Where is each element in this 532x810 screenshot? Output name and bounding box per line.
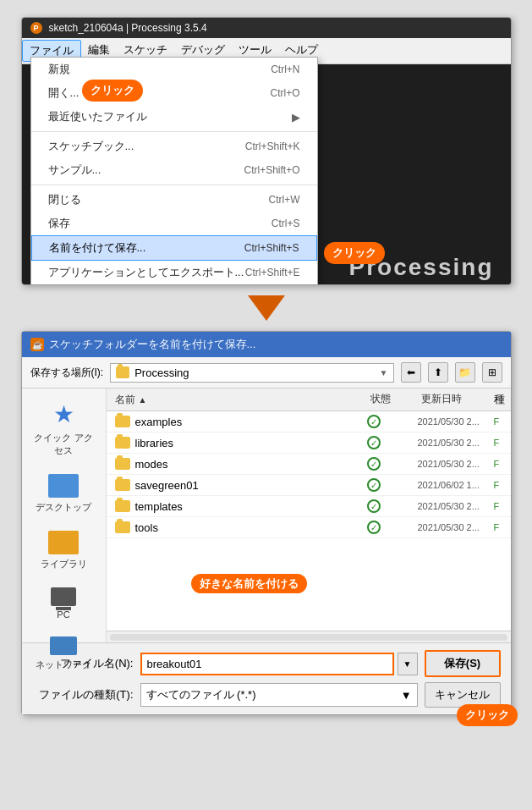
file-extra: F [494, 501, 511, 511]
processing-window: P sketch_210604a | Processing 3.5.4 ファイル… [21, 17, 512, 285]
divider-2 [31, 185, 317, 185]
file-row-tools[interactable]: tools ✓ 2021/05/30 2... F [107, 517, 511, 538]
check-icon: ✓ [367, 415, 381, 428]
file-name: modes [135, 458, 168, 471]
filename-row: ファイル名(N): ▼ 保存(S) [32, 650, 501, 677]
check-icon: ✓ [367, 478, 381, 492]
star-icon: ★ [53, 400, 74, 428]
down-arrow [248, 295, 285, 321]
check-icon: ✓ [367, 499, 381, 513]
file-list: examples ✓ 2021/05/30 2... F libraries ✓ [107, 411, 511, 631]
nav-desktop[interactable]: デスクトップ [30, 471, 97, 517]
horizontal-scrollbar[interactable] [107, 631, 511, 642]
pc-icon [51, 587, 76, 606]
back-button[interactable]: ⬅ [401, 362, 421, 383]
folder-icon-examples [115, 416, 130, 427]
col-date: 更新日時 [418, 392, 494, 407]
nav-desktop-label: デスクトップ [36, 501, 91, 514]
file-date: 2021/05/30 2... [418, 459, 494, 469]
file-name: libraries [135, 437, 174, 449]
filetype-row: ファイルの種類(T): すべてのファイル (*.*) ▼ キャンセル クリック [32, 682, 501, 708]
file-row-templates[interactable]: templates ✓ 2021/05/30 2... F [107, 496, 511, 517]
cancel-button[interactable]: キャンセル [425, 682, 501, 708]
menu-open[interactable]: 開く... Ctrl+O クリック [31, 81, 317, 105]
filetype-dropdown[interactable]: すべてのファイル (*.*) ▼ [140, 683, 418, 707]
filetype-label: ファイルの種類(T): [32, 687, 134, 703]
library-icon [48, 531, 79, 554]
filetype-chevron-icon: ▼ [401, 689, 412, 702]
file-row-examples[interactable]: examples ✓ 2021/05/30 2... F [107, 411, 511, 433]
save-button[interactable]: 保存(S) [425, 650, 501, 677]
file-name: templates [135, 500, 183, 513]
filename-input[interactable] [140, 653, 394, 675]
file-row-modes[interactable]: modes ✓ 2021/05/30 2... F [107, 454, 511, 475]
filename-input-wrap: ▼ [140, 653, 418, 675]
file-extra: F [494, 438, 511, 448]
file-row-savegreen01[interactable]: savegreen01 ✓ 2021/06/02 1... F [107, 475, 511, 496]
check-icon: ✓ [367, 436, 381, 449]
title-bar: P sketch_210604a | Processing 3.5.4 [22, 18, 511, 38]
menu-save-as[interactable]: 名前を付けて保存... Ctrl+Shift+S [31, 235, 317, 261]
dialog-title-bar: ☕ スケッチフォルダーを名前を付けて保存... [22, 332, 511, 357]
dialog-icon: ☕ [30, 338, 44, 351]
file-row-libraries[interactable]: libraries ✓ 2021/05/30 2... F [107, 433, 511, 454]
dialog-body: ★ クイック アクセス デスクトップ ライブラリ PC ネットワーク [22, 388, 511, 642]
menu-new[interactable]: 新規 Ctrl+N [31, 58, 317, 81]
folder-icon-savegreen01 [115, 479, 130, 491]
click-tooltip-1: クリック [82, 80, 143, 102]
file-extra: F [494, 416, 511, 427]
menu-save[interactable]: 保存 Ctrl+S [31, 212, 317, 235]
nav-quick-access-label: クイック アクセス [33, 432, 94, 457]
view-button[interactable]: ⊞ [482, 362, 502, 383]
scrollbar-track [110, 634, 507, 641]
menu-sketchbook[interactable]: スケッチブック... Ctrl+Shift+K [31, 135, 317, 158]
filetype-input-wrap: すべてのファイル (*.*) ▼ [140, 683, 418, 707]
dialog-footer: ファイル名(N): ▼ 保存(S) ファイルの種類(T): すべてのファイル (… [22, 642, 511, 714]
nav-quick-access[interactable]: ★ クイック アクセス [30, 397, 97, 460]
file-extra: F [494, 522, 511, 532]
file-extra: F [494, 459, 511, 469]
nav-library[interactable]: ライブラリ [30, 527, 97, 574]
folder-icon-modes [115, 458, 130, 470]
col-extra: 種 [494, 392, 511, 407]
file-date: 2021/05/30 2... [418, 438, 494, 448]
menu-samples[interactable]: サンプル... Ctrl+Shift+O [31, 158, 317, 182]
callout-label: 好きな名前を付ける [191, 574, 307, 593]
menu-close[interactable]: 閉じる Ctrl+W [31, 188, 317, 212]
col-name[interactable]: 名前 ▲ [107, 392, 367, 407]
menu-export[interactable]: アプリケーションとしてエクスポート... Ctrl+Shift+E クリック [31, 261, 317, 284]
file-date: 2021/05/30 2... [418, 416, 494, 427]
new-folder-button[interactable]: 📁 [455, 362, 475, 383]
menu-recent[interactable]: 最近使いたファイル ▶ [31, 105, 317, 129]
nav-pc-label: PC [57, 609, 69, 620]
callout-container: 好きな名前を付ける [191, 576, 307, 592]
folder-icon-templates [115, 500, 130, 512]
col-status: 状態 [367, 392, 418, 407]
save-dialog: ☕ スケッチフォルダーを名前を付けて保存... 保存する場所(I): Proce… [21, 331, 512, 715]
filename-dropdown[interactable]: ▼ [398, 653, 418, 675]
nav-library-label: ライブラリ [41, 558, 87, 570]
file-extra: F [494, 480, 511, 490]
location-dropdown[interactable]: Processing ▼ [110, 363, 393, 383]
location-label: 保存する場所(I): [30, 366, 104, 380]
folder-icon-tools [115, 521, 130, 533]
divider-1 [31, 131, 317, 132]
sidebar-nav: ★ クイック アクセス デスクトップ ライブラリ PC ネットワーク [22, 388, 107, 642]
file-name: examples [135, 416, 183, 428]
filetype-value: すべてのファイル (*.*) [146, 687, 256, 703]
folder-icon [116, 366, 129, 378]
file-dropdown: 新規 Ctrl+N 開く... Ctrl+O クリック 最近使いたファイル ▶ … [30, 57, 318, 285]
location-text: Processing [134, 366, 374, 379]
dialog-toolbar: 保存する場所(I): Processing ▼ ⬅ ⬆ 📁 ⊞ [22, 357, 511, 388]
dialog-title: スケッチフォルダーを名前を付けて保存... [49, 337, 256, 352]
filename-label: ファイル名(N): [32, 656, 134, 671]
window-title: sketch_210604a | Processing 3.5.4 [49, 22, 207, 34]
arrow-container [248, 285, 285, 331]
file-list-header: 名前 ▲ 状態 更新日時 種 [107, 388, 511, 411]
file-list-container: 名前 ▲ 状態 更新日時 種 examples ✓ 2021/05/3 [107, 388, 511, 642]
desktop-icon [48, 474, 79, 498]
up-button[interactable]: ⬆ [428, 362, 448, 383]
nav-pc[interactable]: PC [30, 584, 97, 623]
file-name: tools [135, 521, 158, 534]
check-icon: ✓ [367, 457, 381, 471]
